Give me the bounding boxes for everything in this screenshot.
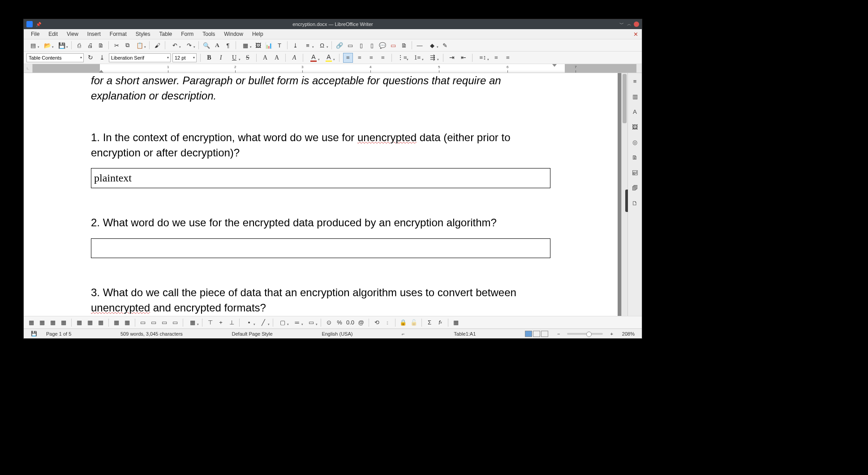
show-changes-button[interactable]: 🗎 — [399, 40, 409, 50]
copy-button[interactable]: ⧉ — [122, 40, 132, 50]
basic-shapes-button[interactable]: ◆ — [425, 40, 439, 50]
spell-error[interactable]: unencrypted — [91, 302, 150, 314]
pin-icon[interactable]: 📌 — [35, 21, 42, 27]
menu-format[interactable]: Format — [105, 30, 131, 38]
page-panel-icon[interactable]: 🗎 — [631, 153, 640, 162]
numbered-list-button[interactable]: 1≡ — [411, 53, 424, 63]
menu-styles[interactable]: Styles — [131, 30, 155, 38]
insert-col-before-button[interactable]: ▦ — [48, 318, 58, 328]
print-preview-button[interactable]: 🗎 — [96, 40, 106, 50]
page-style-status[interactable]: Default Page Style — [228, 331, 277, 337]
style-inspector-icon[interactable]: 🗟 — [631, 168, 640, 177]
single-page-view-icon[interactable] — [525, 331, 532, 337]
strikethrough-button[interactable]: S — [243, 53, 253, 63]
border-color-button[interactable]: ▭ — [305, 318, 318, 328]
delete-table-button[interactable]: ▦ — [96, 318, 106, 328]
number-format-percent-button[interactable]: % — [335, 318, 344, 328]
zoom-out-button[interactable]: − — [553, 331, 564, 337]
border-style-button[interactable]: ╱ — [257, 318, 270, 328]
answer-box-2[interactable] — [91, 238, 550, 258]
paragraph-style-combo[interactable]: Table Contents — [26, 53, 84, 62]
line-button[interactable]: — — [415, 40, 425, 50]
menu-edit[interactable]: Edit — [44, 30, 62, 38]
answer-box-1[interactable]: plaintext — [91, 168, 550, 188]
minimize-button[interactable]: ﹀ — [619, 21, 625, 27]
document-viewport[interactable]: for a short answer. Paragraph or bullet … — [24, 73, 621, 316]
save-status-icon[interactable]: 💾 — [26, 331, 42, 337]
new-doc-button[interactable]: ▤ — [26, 40, 40, 50]
decrease-spacing-button[interactable]: ≡ — [503, 53, 513, 63]
italic-button[interactable]: I — [216, 53, 226, 63]
view-mode-icons[interactable] — [520, 331, 553, 337]
spellcheck-button[interactable]: A — [212, 40, 222, 50]
align-left-button[interactable]: ≡ — [343, 53, 353, 63]
number-format-standard-button[interactable]: @ — [356, 318, 366, 328]
split-cells-button[interactable]: ▭ — [149, 318, 159, 328]
align-bottom-button[interactable]: ⊥ — [227, 318, 236, 328]
unprotect-cells-button[interactable]: 🔓 — [409, 318, 419, 328]
menu-tools[interactable]: Tools — [198, 30, 219, 38]
undo-button[interactable]: ↶ — [168, 40, 181, 50]
border-style2-button[interactable]: ═ — [290, 318, 304, 328]
track-changes-button[interactable]: ▭ — [388, 40, 398, 50]
document-page[interactable]: for a short answer. Paragraph or bullet … — [24, 73, 618, 316]
menu-form[interactable]: Form — [176, 30, 198, 38]
insert-image-button[interactable]: 🖼 — [253, 40, 263, 50]
increase-indent-button[interactable]: ⇥ — [447, 53, 457, 63]
formatting-marks-button[interactable]: ¶ — [223, 40, 233, 50]
bullet-list-button[interactable]: ⋮≡ — [395, 53, 409, 63]
export-pdf-button[interactable]: ⎙ — [74, 40, 84, 50]
line-spacing-button[interactable]: ≡↕ — [476, 53, 490, 63]
increase-spacing-button[interactable]: ≡ — [491, 53, 501, 63]
table-cell-status[interactable]: Table1:A1 — [449, 331, 480, 337]
cell-bg-button[interactable]: ▪ — [242, 318, 256, 328]
accessibility-icon[interactable]: 🗋 — [631, 199, 640, 207]
select-table-button[interactable]: ▦ — [122, 318, 132, 328]
insert-page-break-button[interactable]: ⤓ — [290, 40, 300, 50]
multi-page-view-icon[interactable] — [533, 331, 540, 337]
close-document-icon[interactable]: ✕ — [633, 31, 638, 38]
horizontal-ruler[interactable]: 1 2 3 4 5 6 7 — [33, 64, 636, 73]
bold-button[interactable]: B — [204, 53, 214, 63]
table-properties-button[interactable]: ▦ — [451, 318, 461, 328]
subscript-button[interactable]: A — [272, 53, 282, 63]
intro-paragraph[interactable]: for a short answer. Paragraph or bullet … — [91, 73, 550, 103]
decrease-indent-button[interactable]: ⇤ — [459, 53, 468, 63]
menu-table[interactable]: Table — [155, 30, 177, 38]
font-name-combo[interactable]: Liberation Serif — [109, 53, 171, 62]
maximize-button[interactable]: ︿ — [626, 21, 632, 27]
print-button[interactable]: 🖨 — [85, 40, 95, 50]
menu-window[interactable]: Window — [219, 30, 248, 38]
insert-comment-button[interactable]: 💬 — [378, 40, 387, 50]
menu-view[interactable]: View — [62, 30, 83, 38]
insert-field-button[interactable]: ≡ — [301, 40, 314, 50]
navigator-panel-icon[interactable]: ◎ — [631, 138, 640, 147]
update-style-button[interactable]: ↻ — [86, 53, 95, 63]
zoom-slider[interactable] — [567, 333, 603, 335]
number-format-decimal-button[interactable]: 0.0 — [345, 318, 355, 328]
superscript-button[interactable]: A​ — [260, 53, 270, 63]
menu-file[interactable]: File — [26, 30, 44, 38]
language-status[interactable]: English (USA) — [317, 331, 357, 337]
styles-panel-icon[interactable]: 𝖠 — [631, 107, 640, 116]
font-color-button[interactable]: A — [307, 53, 320, 63]
sort-button[interactable]: ↕ — [382, 318, 392, 328]
split-table-button[interactable]: ▭ — [159, 318, 169, 328]
manage-changes-icon[interactable]: 🗐 — [631, 183, 640, 192]
insert-hyperlink-button[interactable]: 🔗 — [335, 40, 344, 50]
save-button[interactable]: 💾 — [55, 40, 69, 50]
protect-cells-button[interactable]: 🔒 — [398, 318, 408, 328]
insert-bookmark-button[interactable]: ▯ — [356, 40, 366, 50]
question-2[interactable]: 2. What word do we use for the encrypted… — [91, 215, 550, 230]
properties-panel-icon[interactable]: ▥ — [631, 92, 640, 101]
delete-row-button[interactable]: ▦ — [74, 318, 84, 328]
align-right-button[interactable]: ≡ — [366, 53, 376, 63]
book-view-icon[interactable] — [541, 331, 548, 337]
redo-button[interactable]: ↷ — [182, 40, 196, 50]
insert-row-below-button[interactable]: ▦ — [37, 318, 47, 328]
optimize-button[interactable]: ▭ — [170, 318, 180, 328]
question-3[interactable]: 3. What do we call the piece of data tha… — [91, 285, 550, 315]
font-size-combo[interactable]: 12 pt — [172, 53, 197, 62]
close-button[interactable] — [634, 22, 639, 27]
sidebar-handle[interactable] — [625, 190, 628, 212]
